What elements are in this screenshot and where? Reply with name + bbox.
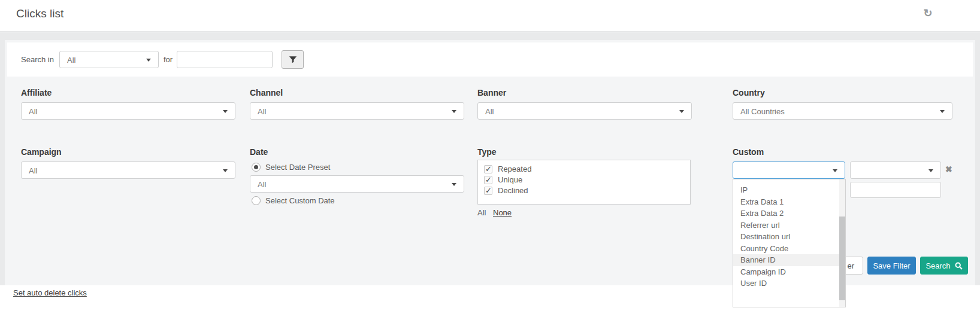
campaign-select-value: All bbox=[29, 166, 37, 175]
banner-label: Banner bbox=[477, 88, 506, 97]
chevron-down-icon bbox=[146, 59, 151, 62]
chevron-down-icon bbox=[452, 183, 456, 186]
date-preset-select[interactable]: All bbox=[250, 175, 464, 193]
date-preset-radio-label: Select Date Preset bbox=[265, 163, 330, 172]
channel-label: Channel bbox=[250, 88, 283, 97]
affiliate-select-value: All bbox=[29, 107, 37, 116]
type-select-all-link[interactable]: All bbox=[477, 208, 486, 217]
magnifier-icon bbox=[955, 262, 963, 270]
search-button[interactable]: Search bbox=[920, 257, 968, 275]
campaign-select[interactable]: All bbox=[21, 161, 235, 179]
dropdown-padding bbox=[733, 179, 845, 184]
dropdown-option-country-code[interactable]: Country Code bbox=[733, 243, 845, 255]
funnel-icon bbox=[289, 56, 297, 64]
dropdown-option-referrer-url[interactable]: Referrer url bbox=[733, 220, 845, 231]
filter-toggle-button[interactable] bbox=[282, 50, 304, 69]
type-select-none-link[interactable]: None bbox=[493, 208, 512, 217]
dropdown-scrollbar-thumb[interactable] bbox=[839, 217, 845, 300]
dropdown-option-ip[interactable]: IP bbox=[733, 184, 845, 196]
chevron-down-icon bbox=[679, 110, 684, 113]
page-title: Clicks list bbox=[16, 7, 63, 20]
refresh-icon bbox=[923, 10, 932, 19]
chevron-down-icon bbox=[223, 169, 228, 172]
for-label: for bbox=[164, 55, 173, 64]
custom-field-select[interactable] bbox=[733, 161, 845, 179]
refresh-button[interactable] bbox=[920, 5, 936, 21]
chevron-down-icon bbox=[833, 169, 837, 172]
date-preset-select-value: All bbox=[258, 180, 266, 189]
country-select-value: All Countries bbox=[740, 107, 785, 116]
chevron-down-icon bbox=[928, 169, 933, 172]
chevron-down-icon bbox=[452, 110, 456, 113]
custom-label: Custom bbox=[733, 147, 764, 157]
campaign-label: Campaign bbox=[21, 147, 62, 157]
remove-custom-filter-icon[interactable] bbox=[945, 164, 952, 174]
dropdown-option-campaign-id[interactable]: Campaign ID bbox=[733, 266, 845, 278]
search-term-input[interactable] bbox=[177, 51, 273, 68]
country-select[interactable]: All Countries bbox=[733, 102, 952, 120]
country-label: Country bbox=[733, 88, 765, 97]
search-in-label: Search in bbox=[21, 55, 54, 64]
chevron-down-icon bbox=[940, 110, 945, 113]
save-filter-button[interactable]: Save Filter bbox=[867, 257, 916, 275]
date-label: Date bbox=[250, 147, 268, 157]
dropdown-option-user-id[interactable]: User ID bbox=[733, 278, 845, 289]
chevron-down-icon bbox=[223, 110, 228, 113]
auto-delete-clicks-link[interactable]: Set auto delete clicks bbox=[13, 288, 87, 297]
custom-operator-select[interactable] bbox=[850, 161, 941, 179]
banner-select[interactable]: All bbox=[477, 102, 692, 120]
channel-select-value: All bbox=[258, 107, 266, 116]
date-preset-radio[interactable] bbox=[252, 163, 261, 172]
custom-field-dropdown: IP Extra Data 1 Extra Data 2 Referrer ur… bbox=[733, 179, 846, 307]
search-field-select[interactable]: All bbox=[59, 51, 159, 68]
affiliate-select[interactable]: All bbox=[21, 102, 235, 120]
search-button-label: Search bbox=[925, 261, 950, 270]
affiliate-label: Affiliate bbox=[21, 88, 52, 97]
type-declined-label: Declined bbox=[498, 186, 528, 195]
dropdown-scrollbar-track[interactable] bbox=[839, 179, 845, 307]
dropdown-option-destination-url[interactable]: Destination url bbox=[733, 231, 845, 243]
dropdown-option-extra-data-1[interactable]: Extra Data 1 bbox=[733, 196, 845, 208]
date-custom-radio[interactable] bbox=[252, 196, 261, 205]
type-declined-checkbox[interactable] bbox=[484, 187, 492, 195]
banner-select-value: All bbox=[485, 107, 494, 116]
custom-value-input[interactable] bbox=[850, 182, 941, 198]
type-repeated-checkbox[interactable] bbox=[484, 165, 492, 173]
type-repeated-label: Repeated bbox=[498, 164, 531, 173]
channel-select[interactable]: All bbox=[250, 102, 464, 120]
dropdown-option-extra-data-2[interactable]: Extra Data 2 bbox=[733, 208, 845, 220]
clicks-list-page: Clicks list Search in All for Affiliate … bbox=[0, 0, 980, 314]
date-custom-radio-label: Select Custom Date bbox=[265, 196, 335, 205]
dropdown-option-banner-id[interactable]: Banner ID bbox=[733, 254, 845, 266]
search-field-select-value: All bbox=[67, 56, 75, 65]
type-label: Type bbox=[477, 147, 497, 157]
type-unique-checkbox[interactable] bbox=[484, 176, 492, 184]
app-header: Clicks list bbox=[0, 0, 980, 32]
type-unique-label: Unique bbox=[498, 175, 522, 184]
